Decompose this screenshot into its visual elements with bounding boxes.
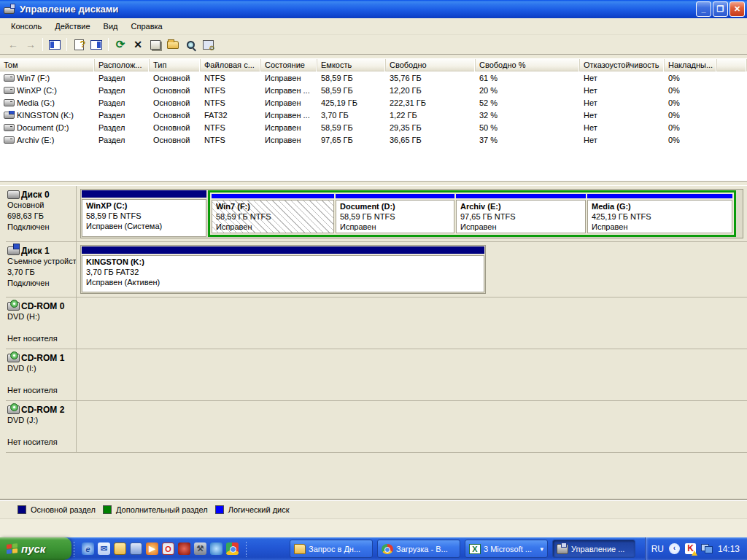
cdrom0-label[interactable]: CD-ROM 0 DVD (H:) Нет носителя: [6, 298, 77, 349]
volume-name: Archiv (E:): [17, 136, 54, 144]
column-header-status[interactable]: Состояние: [261, 59, 317, 71]
partition-win7-selected[interactable]: Win7 (F:) 58,59 ГБ NTFS Исправен: [212, 194, 334, 233]
show-console-tree-icon[interactable]: [47, 36, 63, 52]
search-icon[interactable]: [182, 36, 198, 52]
folder-icon[interactable]: [114, 542, 126, 555]
cdrom0-name: CD-ROM 0: [21, 301, 64, 311]
partition-document[interactable]: Document (D:) 58,59 ГБ NTFS Исправен: [336, 194, 454, 233]
volume-fs: NTFS: [201, 136, 261, 144]
language-indicator[interactable]: RU: [651, 544, 664, 554]
toolbar-separator: [42, 38, 43, 51]
cdrom1-label[interactable]: CD-ROM 1 DVD (I:) Нет носителя: [6, 349, 77, 400]
taskbar-button-excel-group[interactable]: X 3 Microsoft ... ▾: [465, 540, 548, 558]
disk0-size: 698,63 ГБ: [7, 211, 74, 222]
volume-status: Исправен ...: [261, 86, 317, 95]
table-row[interactable]: Archiv (E:) Раздел Основной NTFS Исправе…: [0, 133, 747, 146]
logical-drive-bar: [336, 194, 454, 198]
volume-type: Основной: [150, 111, 201, 120]
volume-name: WinXP (C:): [17, 86, 57, 95]
partition-kingston[interactable]: KINGSTON (K:) 3,70 ГБ FAT32 Исправен (Ак…: [82, 246, 484, 292]
partition-winxp[interactable]: WinXP (C:) 58,59 ГБ NTFS Исправен (Систе…: [82, 190, 206, 237]
table-row[interactable]: KINGSTON (K:) Раздел Основной FAT32 Испр…: [0, 109, 747, 121]
network-icon[interactable]: [701, 544, 713, 553]
disk0-label[interactable]: Диск 0 Основной 698,63 ГБ Подключен: [6, 186, 77, 241]
chrome-icon[interactable]: [226, 542, 239, 555]
column-header-free[interactable]: Свободно: [386, 59, 476, 71]
column-header-overhead[interactable]: Накладны...: [665, 59, 717, 71]
table-row[interactable]: Document (D:) Раздел Основной NTFS Испра…: [0, 121, 747, 133]
forward-icon[interactable]: →: [23, 36, 39, 52]
partition-media[interactable]: Media (G:) 425,19 ГБ NTFS Исправен: [587, 194, 732, 233]
help-topic-icon[interactable]: [71, 36, 87, 52]
quick-launch: e ✉ ▶ O ⚒: [77, 542, 244, 555]
open-folder-icon[interactable]: [165, 36, 181, 52]
partition-name: Archiv (E:): [460, 201, 581, 211]
column-header-free-pct[interactable]: Свободно %: [476, 59, 580, 71]
table-row[interactable]: Win7 (F:) Раздел Основной NTFS Исправен …: [0, 71, 747, 84]
globe-browser-icon[interactable]: [210, 542, 222, 555]
pane-splitter[interactable]: [0, 181, 747, 186]
start-button[interactable]: пуск: [0, 537, 71, 560]
volume-status: Исправен: [261, 136, 317, 144]
partition-status: Исправен: [340, 222, 450, 232]
window-title: Управление дисками: [20, 4, 696, 15]
quick-launch-handle[interactable]: [73, 541, 75, 557]
table-row[interactable]: WinXP (C:) Раздел Основной NTFS Исправен…: [0, 84, 747, 96]
chrome-icon: [382, 544, 393, 554]
cdrom0-status: Нет носителя: [7, 333, 74, 344]
column-header-filesystem[interactable]: Файловая с...: [201, 59, 261, 71]
opera-icon[interactable]: O: [162, 542, 174, 555]
show-desktop-icon[interactable]: [130, 542, 142, 555]
volume-free: 222,31 ГБ: [386, 98, 476, 107]
disk-graph-pane: Диск 0 Основной 698,63 ГБ Подключен WinX…: [0, 186, 747, 500]
column-header-capacity[interactable]: Емкость: [317, 59, 386, 71]
refresh-icon[interactable]: ⟳: [112, 36, 128, 52]
download-manager-icon[interactable]: [178, 542, 190, 555]
menu-help[interactable]: Справка: [125, 20, 169, 33]
partition-name: Document (D:): [340, 201, 450, 211]
minimize-button[interactable]: _: [696, 1, 711, 17]
volume-free: 29,35 ГБ: [386, 123, 476, 132]
snap-in-icon[interactable]: [200, 36, 216, 52]
menu-console[interactable]: Консоль: [4, 20, 48, 33]
taskbar-button-chrome-download[interactable]: Загрузка - В...: [377, 540, 460, 558]
table-row[interactable]: Media (G:) Раздел Основной NTFS Исправен…: [0, 96, 747, 109]
outlook-express-icon[interactable]: ✉: [98, 542, 110, 555]
volume-free-pct: 61 %: [476, 74, 580, 82]
tray-collapse-icon[interactable]: ‹: [669, 543, 680, 554]
close-button[interactable]: ✕: [729, 1, 745, 17]
disk1-label[interactable]: Диск 1 Съемное устройство 3,70 ГБ Подклю…: [6, 242, 77, 297]
partition-size: 58,59 ГБ NTFS: [340, 211, 450, 222]
volume-location: Раздел: [95, 86, 150, 95]
clock[interactable]: 14:13: [718, 544, 740, 554]
system-tray: RU ‹ K 14:13: [645, 537, 747, 560]
menu-action[interactable]: Действие: [48, 20, 96, 33]
volume-location: Раздел: [95, 98, 150, 107]
kaspersky-icon[interactable]: K: [685, 543, 696, 554]
cdrom2-row: CD-ROM 2 DVD (J:) Нет носителя: [6, 401, 747, 453]
taskbar-button-folder-window[interactable]: Запрос в Дн...: [290, 540, 373, 558]
partition-status: Исправен (Активен): [86, 277, 480, 287]
volume-capacity: 425,19 ГБ: [317, 98, 386, 107]
column-header-layout[interactable]: Располож...: [95, 59, 150, 71]
partition-archiv[interactable]: Archiv (E:) 97,65 ГБ NTFS Исправен: [456, 194, 586, 233]
volume-location: Раздел: [95, 136, 150, 144]
media-player-icon[interactable]: ▶: [146, 542, 158, 555]
taskbar-button-disk-management[interactable]: Управление ...: [552, 540, 635, 558]
menu-view[interactable]: Вид: [97, 20, 125, 33]
back-icon[interactable]: ←: [5, 36, 21, 52]
cdrom2-label[interactable]: CD-ROM 2 DVD (J:) Нет носителя: [6, 401, 77, 452]
column-header-fault-tolerance[interactable]: Отказоустойчивость: [580, 59, 665, 71]
show-action-pane-icon[interactable]: [88, 36, 104, 52]
properties-icon[interactable]: [147, 36, 163, 52]
delete-icon[interactable]: ✕: [130, 36, 146, 52]
internet-explorer-icon[interactable]: e: [82, 542, 94, 555]
column-header-type[interactable]: Тип: [150, 59, 201, 71]
restore-button[interactable]: ❐: [713, 1, 728, 17]
column-header-volume[interactable]: Том: [0, 59, 95, 71]
taskbar-handle[interactable]: [245, 541, 247, 557]
cdrom0-row: CD-ROM 0 DVD (H:) Нет носителя: [6, 298, 747, 349]
volume-overhead: 0%: [665, 111, 717, 120]
tools-icon[interactable]: ⚒: [194, 542, 206, 555]
disk-management-icon: [557, 544, 568, 554]
